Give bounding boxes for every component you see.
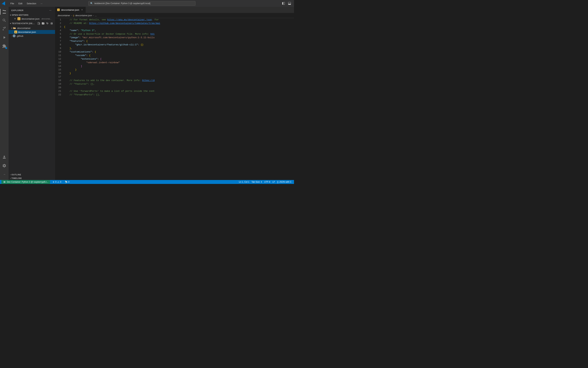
menu-bar: File Edit Selection ··· [9, 1, 44, 6]
breadcrumb-json-icon: {} [73, 14, 74, 17]
code-content: // For format details, see https://aka.m… [64, 18, 294, 180]
remote-icon [3, 181, 6, 183]
ln-1: 1 [57, 18, 61, 22]
error-status[interactable]: ✕ 0 ⚠ 0 [51, 180, 62, 184]
new-file-btn[interactable] [37, 21, 41, 25]
code-line-3: { [64, 25, 290, 29]
close-editor-btn[interactable]: ✕ [14, 17, 17, 20]
refresh-btn[interactable]: ↻ [45, 21, 49, 25]
devcontainer-folder-label: .devcontainer [17, 27, 30, 29]
tab-file-icon: {} [57, 9, 60, 11]
tree-devcontainer-json[interactable]: {} devcontainer.json [9, 30, 55, 34]
open-editor-name: devcontainer.json [21, 18, 39, 20]
ln-5: 5 [57, 32, 61, 36]
menu-selection[interactable]: Selection [25, 1, 38, 6]
github-folder-label: .github [16, 35, 23, 37]
code-line-13: "oderwat.indent-rainbow" [64, 61, 290, 64]
explorer-chevron: ▾ [10, 22, 11, 25]
tree-devcontainer-folder[interactable]: ▾ .devcontainer [9, 26, 55, 30]
encoding-status[interactable]: UTF-8 [263, 180, 271, 184]
explorer-header[interactable]: ▾ TESTDEVCNTR [DE... [9, 21, 55, 26]
activity-settings[interactable] [0, 161, 9, 170]
broadcast-status[interactable]: 📡 0 [64, 180, 71, 184]
activity-search[interactable] [0, 16, 9, 25]
cursor-position-status[interactable]: Ln 1, Col 1 [238, 180, 250, 184]
ln-14: 14 [57, 64, 61, 68]
ln-8: 8 [57, 43, 61, 46]
ln-22: 22 [57, 93, 61, 97]
tab-devcontainer-json[interactable]: {} devcontainer.json ✕ [55, 7, 86, 13]
ln-10: 10 [57, 50, 61, 54]
code-line-15: } [64, 68, 290, 72]
menu-file[interactable]: File [9, 1, 16, 6]
code-line-11: "vscode": { [64, 54, 290, 57]
timeline-header[interactable]: › TIMELINE [9, 176, 55, 180]
collapse-all-btn[interactable]: ⊟ [50, 21, 54, 25]
status-right: Ln 1, Col 1 Tab Size: 4 UTF-8 LF {} JSON… [238, 180, 293, 184]
code-editor[interactable]: 1 2 3 4 5 6 7 8 9 10 11 12 13 14 15 16 1… [55, 18, 294, 180]
ln-21: 21 [57, 90, 61, 93]
ln-3: 3 [57, 25, 61, 29]
outline-header[interactable]: › OUTLINE [9, 173, 55, 176]
open-editors-header[interactable]: ▾ OPEN EDITORS [9, 13, 55, 17]
open-editor-devcontainer[interactable]: ✕ {} devcontainer.json .devcontai... [9, 17, 55, 21]
ln-15: 15 [57, 68, 61, 72]
code-line-19: // "features": {}, [64, 82, 290, 86]
sidebar-more-btn[interactable]: ··· [49, 9, 52, 12]
activity-extensions[interactable] [0, 42, 9, 50]
ln-4: 4 [57, 29, 61, 32]
vscode-logo [2, 1, 6, 5]
sidebar-header: EXPLORER ··· [9, 7, 55, 13]
menu-edit[interactable]: Edit [17, 1, 24, 6]
tab-size: Tab Size: 4 [251, 181, 262, 183]
open-editors-chevron: ▾ [10, 14, 11, 16]
ln-19: 19 [57, 82, 61, 86]
new-folder-btn[interactable] [41, 21, 45, 25]
ln-18: 18 [57, 79, 61, 82]
code-line-20 [64, 86, 290, 90]
explorer-header-actions: ↻ ⊟ [37, 21, 54, 25]
tab-size-status[interactable]: Tab Size: 4 [250, 180, 263, 184]
timeline-label: TIMELINE [11, 177, 22, 179]
code-line-5: // Or use a Dockerfile or Docker Compose… [64, 32, 290, 36]
language-status[interactable]: {} JSON with C [276, 180, 293, 184]
breadcrumb-filename[interactable]: devcontainer.json [75, 14, 92, 17]
main-container: ··· EXPLORER ··· ▾ OPEN EDITORS ✕ {} dev… [0, 7, 294, 180]
json-file-icon: {} [18, 17, 20, 20]
ln-11: 11 [57, 54, 61, 57]
dev-container-status[interactable]: Dev Container: Python 3 @ raspberrypi5.l… [1, 180, 50, 184]
folder-open-icon [13, 27, 16, 29]
breadcrumb-more[interactable]: ... [95, 14, 97, 17]
tab-close-btn[interactable]: ✕ [81, 8, 84, 11]
outline-section: › OUTLINE [9, 173, 55, 176]
code-line-6: "image": "mcr.microsoft.com/devcontainer… [64, 36, 290, 39]
titlebar: File Edit Selection ··· 🔍 testdevcntr [D… [0, 0, 294, 7]
activity-explorer[interactable] [0, 8, 9, 16]
tree-github-folder[interactable]: › .github [9, 34, 55, 38]
tab-label: devcontainer.json [61, 9, 79, 11]
toggle-panel-btn[interactable] [287, 1, 292, 6]
breadcrumb-sep-2: › [93, 14, 94, 17]
toggle-sidebar-btn[interactable] [281, 1, 286, 6]
language-icon: {} [277, 181, 278, 183]
activity-source-control[interactable] [0, 25, 9, 33]
ln-16: 16 [57, 72, 61, 75]
extensions-badge [5, 47, 7, 49]
breadcrumb-devcontainer-dir[interactable]: .devcontainer [57, 14, 70, 17]
title-search-bar[interactable]: 🔍 testdevcntr [Dev Container: Python 3 @… [88, 1, 196, 6]
ln-17: 17 [57, 75, 61, 79]
activity-bar: ··· [0, 7, 9, 180]
open-editor-path: .devcontai... [41, 18, 51, 20]
workspace-label: TESTDEVCNTR [DE... [12, 22, 35, 25]
code-line-2: // README at: https://github.com/devcont… [64, 22, 290, 25]
activity-run-debug[interactable] [0, 33, 9, 42]
svg-rect-0 [282, 2, 283, 5]
menu-more[interactable]: ··· [39, 1, 44, 6]
ln-13: 13 [57, 61, 61, 64]
activity-accounts[interactable] [0, 153, 9, 161]
broadcast-count: 0 [68, 181, 69, 183]
activity-more[interactable]: ··· [0, 170, 9, 179]
line-ending-status[interactable]: LF [271, 180, 276, 184]
warning-count: 0 [60, 181, 61, 183]
title-search-text: testdevcntr [Dev Container: Python 3 @ r… [94, 2, 150, 5]
